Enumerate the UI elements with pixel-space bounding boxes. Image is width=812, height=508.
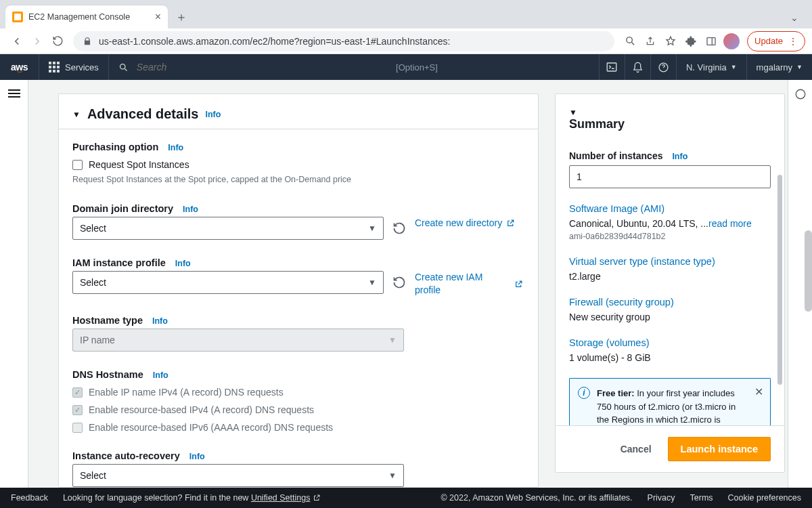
caret-down-icon: ▼ bbox=[569, 108, 577, 117]
svg-point-8 bbox=[796, 89, 805, 99]
read-more-link[interactable]: read more bbox=[708, 218, 752, 229]
nav-forward-icon bbox=[27, 31, 47, 51]
extensions-icon[interactable] bbox=[681, 31, 701, 51]
launch-instance-button[interactable]: Launch instance bbox=[668, 437, 771, 461]
dns-opt3-label: Enable resource-based IPv6 (AAAA record)… bbox=[89, 422, 333, 433]
info-link[interactable]: Info bbox=[205, 110, 221, 119]
info-link[interactable]: Info bbox=[175, 259, 191, 268]
storage-link[interactable]: Storage (volumes) bbox=[569, 337, 771, 348]
profile-avatar[interactable] bbox=[721, 31, 742, 51]
notice-bold: Free tier: bbox=[597, 388, 635, 398]
left-rail bbox=[0, 80, 28, 488]
help-icon[interactable] bbox=[650, 54, 676, 80]
notice-close-icon[interactable]: ✕ bbox=[754, 384, 763, 400]
info-link[interactable]: Info bbox=[672, 152, 687, 161]
search-input[interactable] bbox=[135, 61, 396, 73]
dns-resource-ipv4-checkbox bbox=[72, 405, 83, 415]
aws-top-nav: aws Services [Option+S] N. Virginia▼ mga… bbox=[0, 54, 812, 80]
content-area: ▼ Advanced details Info Purchasing optio… bbox=[28, 80, 788, 488]
browser-update-button[interactable]: Update ⋮ bbox=[747, 31, 805, 51]
tabs-dropdown-icon[interactable]: ⌄ bbox=[790, 12, 798, 23]
nav-back-icon[interactable] bbox=[7, 31, 27, 51]
summary-title: Summary bbox=[569, 117, 771, 131]
spot-checkbox-label: Request Spot Instances bbox=[89, 159, 189, 170]
search-shortcut: [Option+S] bbox=[396, 62, 438, 72]
privacy-link[interactable]: Privacy bbox=[648, 493, 675, 503]
advanced-details-card: ▼ Advanced details Info Purchasing optio… bbox=[58, 93, 539, 488]
free-tier-notice: i ✕ Free tier: In your first year includ… bbox=[569, 378, 771, 425]
new-tab-button[interactable]: ＋ bbox=[172, 7, 191, 26]
unified-settings-link[interactable]: Unified Settings bbox=[251, 493, 321, 503]
browser-tab[interactable]: EC2 Management Console × bbox=[5, 5, 168, 28]
auto-recovery-select[interactable]: Select▼ bbox=[72, 464, 404, 487]
aws-footer: Feedback Looking for language selection?… bbox=[0, 488, 812, 508]
nav-reload-icon[interactable] bbox=[47, 31, 68, 51]
info-link[interactable]: Info bbox=[168, 143, 183, 152]
share-icon[interactable] bbox=[640, 31, 660, 51]
scrollbar-thumb[interactable] bbox=[777, 175, 782, 385]
select-value: Select bbox=[80, 223, 106, 234]
refresh-icon[interactable] bbox=[392, 275, 407, 290]
feedback-link[interactable]: Feedback bbox=[11, 493, 48, 503]
page-scrollbar-thumb[interactable] bbox=[805, 230, 812, 312]
url-input[interactable]: us-east-1.console.aws.amazon.com/ec2/hom… bbox=[73, 31, 614, 51]
dns-opt1-label: Enable IP name IPv4 (A record) DNS reque… bbox=[89, 387, 284, 398]
info-link[interactable]: Info bbox=[189, 452, 205, 461]
notifications-icon[interactable] bbox=[625, 54, 650, 80]
terms-link[interactable]: Terms bbox=[690, 493, 713, 503]
domain-join-select[interactable]: Select▼ bbox=[72, 217, 384, 240]
update-label: Update bbox=[754, 36, 783, 46]
section-header[interactable]: ▼ Advanced details Info bbox=[59, 94, 538, 129]
num-instances-input[interactable]: 1 bbox=[569, 165, 771, 188]
spot-checkbox[interactable] bbox=[72, 160, 83, 170]
hamburger-icon[interactable] bbox=[8, 89, 20, 488]
cta-row: Cancel Launch instance bbox=[556, 425, 784, 472]
region-selector[interactable]: N. Virginia▼ bbox=[676, 54, 746, 80]
refresh-icon[interactable] bbox=[392, 221, 407, 236]
create-directory-link[interactable]: Create new directory bbox=[415, 217, 515, 230]
dns-ipv4-checkbox bbox=[72, 387, 83, 398]
tab-close-icon[interactable]: × bbox=[155, 12, 161, 22]
select-value: IP name bbox=[80, 335, 115, 345]
services-menu[interactable]: Services bbox=[39, 54, 109, 80]
field-hostname-type: Hostname type Info IP name▼ bbox=[72, 315, 524, 352]
dns-opt2-label: Enable resource-based IPv4 (A record) DN… bbox=[89, 404, 314, 415]
ami-link[interactable]: Software Image (AMI) bbox=[569, 203, 771, 214]
svg-point-3 bbox=[626, 37, 632, 43]
field-domain-join: Domain join directory Info Select▼ Creat… bbox=[72, 203, 524, 240]
caret-down-icon: ▼ bbox=[72, 110, 81, 119]
browser-tab-strip: EC2 Management Console × ＋ ⌄ bbox=[0, 0, 812, 28]
aws-logo[interactable]: aws bbox=[0, 54, 39, 80]
firewall-link[interactable]: Firewall (security group) bbox=[569, 297, 771, 308]
storage-value: 1 volume(s) - 8 GiB bbox=[569, 352, 771, 363]
field-auto-recovery: Instance auto-recovery Info Select▼ bbox=[72, 450, 524, 487]
user-label: mgalarny bbox=[757, 62, 792, 72]
cookie-prefs-link[interactable]: Cookie preferences bbox=[728, 493, 801, 503]
info-link[interactable]: Info bbox=[183, 205, 198, 214]
iam-select[interactable]: Select▼ bbox=[72, 271, 384, 294]
topnav-search[interactable]: [Option+S] bbox=[109, 54, 447, 80]
page-body: ▼ Advanced details Info Purchasing optio… bbox=[0, 80, 812, 488]
auto-recovery-label: Instance auto-recovery bbox=[72, 450, 180, 461]
svg-point-5 bbox=[120, 64, 125, 69]
info-link[interactable]: Info bbox=[153, 371, 168, 380]
hostname-select: IP name▼ bbox=[72, 329, 404, 352]
field-dns-hostname: DNS Hostname Info Enable IP name IPv4 (A… bbox=[72, 369, 524, 433]
link-text: Create new directory bbox=[415, 217, 502, 230]
purchasing-label: Purchasing option bbox=[72, 142, 158, 152]
info-link[interactable]: Info bbox=[152, 316, 168, 326]
side-panel-icon[interactable] bbox=[701, 31, 721, 51]
cancel-button[interactable]: Cancel bbox=[616, 438, 656, 460]
svg-rect-6 bbox=[608, 63, 617, 71]
cloudshell-icon[interactable] bbox=[599, 54, 625, 80]
bookmark-star-icon[interactable] bbox=[660, 31, 681, 51]
instance-type-link[interactable]: Virtual server type (instance type) bbox=[569, 256, 771, 267]
browser-address-bar: us-east-1.console.aws.amazon.com/ec2/hom… bbox=[0, 28, 812, 54]
summary-scroll[interactable]: Number of instances Info 1 Software Imag… bbox=[556, 135, 784, 425]
create-iam-link[interactable]: Create new IAM profile bbox=[415, 271, 523, 297]
search-icon[interactable] bbox=[620, 31, 640, 51]
field-purchasing-option: Purchasing option Info Request Spot Inst… bbox=[72, 142, 524, 186]
account-menu[interactable]: mgalarny▼ bbox=[746, 54, 812, 80]
domain-join-label: Domain join directory bbox=[72, 203, 173, 214]
summary-column: ▼ Summary Number of instances Info 1 Sof… bbox=[555, 93, 785, 488]
